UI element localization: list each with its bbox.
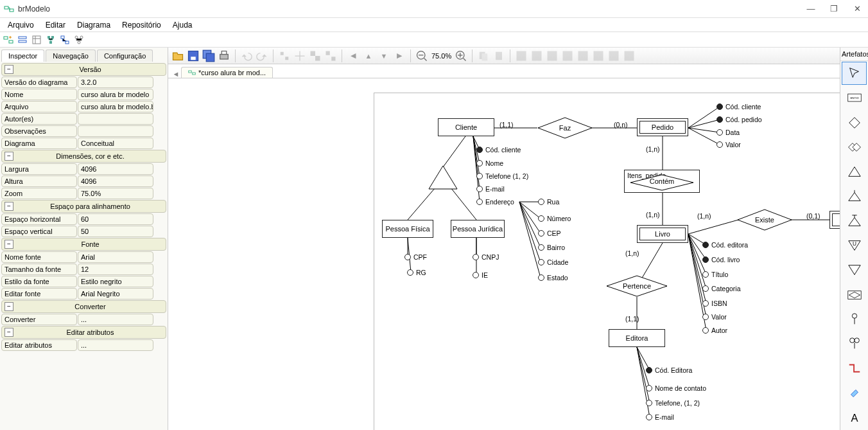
tool-connector[interactable] (842, 357, 867, 380)
prop-value[interactable]: 4096 (78, 175, 153, 187)
paste-icon[interactable] (492, 49, 506, 63)
group-icon[interactable] (308, 49, 322, 63)
arrange-icon[interactable] (293, 49, 307, 63)
toolbar-icon-3[interactable] (31, 34, 42, 46)
attribute[interactable]: Cód. cliente (716, 103, 761, 111)
tool-text[interactable]: A (842, 406, 867, 429)
tool-auto-relationship[interactable] (842, 136, 867, 159)
entity-pessoa-juridica[interactable]: Pessoa Jurídica (451, 220, 505, 238)
tool-attribute[interactable] (842, 308, 867, 331)
attribute[interactable]: Título (702, 271, 728, 278)
print-icon[interactable] (217, 49, 231, 63)
tab-prev-icon[interactable]: ◄ (171, 70, 181, 78)
maximize-button[interactable]: ❐ (829, 4, 838, 13)
section-espaco[interactable]: −Espaço para alinhamento (1, 200, 166, 213)
entity-livro[interactable]: Livro (637, 225, 688, 243)
align-4-icon[interactable] (560, 49, 575, 63)
undo-icon[interactable] (239, 49, 254, 63)
tab-configuracao[interactable]: Configuração (97, 49, 153, 62)
section-dimensoes[interactable]: −Dimensões, cor e etc. (1, 150, 166, 163)
section-converter[interactable]: −Converter (1, 300, 166, 313)
menu-diagrama[interactable]: Diagrama (72, 19, 116, 31)
collapse-icon[interactable]: − (4, 65, 13, 74)
menu-arquivo[interactable]: Arquivo (3, 19, 39, 31)
entity-cliente[interactable]: Cliente (438, 118, 494, 136)
prop-value[interactable]: 3.2.0 (78, 76, 153, 88)
collapse-icon[interactable]: − (4, 302, 13, 311)
menu-editar[interactable]: Editar (40, 19, 71, 31)
attribute[interactable]: Cód. pedido (716, 116, 762, 123)
align-7-icon[interactable] (607, 49, 621, 63)
nav-left-icon[interactable]: ◀ (346, 49, 360, 63)
tool-union-down[interactable]: U (842, 234, 867, 257)
tool-associative-entity[interactable] (842, 283, 867, 306)
associative-entity-itens-pedido[interactable]: Itens_pedido Contém (624, 170, 700, 193)
attribute[interactable]: Valor (702, 313, 727, 321)
attribute[interactable]: Rua (538, 198, 559, 206)
toolbar-icon-6[interactable] (73, 34, 85, 46)
relationship-existe[interactable]: Existe (737, 209, 792, 231)
prop-value[interactable]: ... (78, 339, 153, 351)
attribute[interactable]: CNPJ (473, 253, 499, 261)
redo-icon[interactable] (255, 49, 269, 63)
prop-value[interactable]: 60 (78, 213, 153, 225)
attribute[interactable]: Telefone (1, 2) (476, 172, 528, 180)
align-3-icon[interactable] (545, 49, 559, 63)
attribute[interactable]: CPF (404, 253, 427, 261)
toolbar-icon-5[interactable] (59, 34, 71, 46)
tool-specialization[interactable] (842, 160, 867, 183)
save-icon[interactable] (186, 49, 200, 63)
new-logical-icon[interactable] (17, 34, 28, 46)
attribute[interactable]: IE (473, 271, 488, 279)
prop-value[interactable]: 4096 (78, 163, 153, 175)
prop-value[interactable]: ... (78, 314, 153, 325)
collapse-icon[interactable]: − (4, 202, 13, 211)
prop-value[interactable]: 12 (78, 264, 153, 275)
specialization-triangle[interactable] (428, 165, 458, 192)
minimize-button[interactable]: — (806, 4, 815, 13)
collapse-icon[interactable]: − (4, 328, 13, 337)
attribute[interactable]: Data (716, 129, 740, 136)
zoom-out-icon[interactable] (415, 49, 429, 63)
tool-attribute-key[interactable] (842, 332, 867, 355)
attribute[interactable]: Cidade (538, 258, 568, 266)
section-versao[interactable]: −Versão (1, 63, 166, 76)
attribute[interactable]: E-mail (646, 413, 674, 421)
nav-right-icon[interactable]: ▶ (392, 49, 406, 63)
prop-value[interactable]: 50 (78, 226, 153, 237)
attribute[interactable]: Cód. Editora (646, 366, 692, 374)
relationship-pertence[interactable]: Pertence (606, 275, 668, 297)
ungroup-icon[interactable] (324, 49, 338, 63)
relationship-faz[interactable]: Faz (537, 117, 593, 139)
prop-value[interactable]: Conceitual (78, 138, 153, 149)
attribute[interactable]: Categoria (702, 285, 741, 292)
section-fonte[interactable]: −Fonte (1, 238, 166, 251)
menu-repositorio[interactable]: Repositório (117, 19, 166, 31)
attribute[interactable]: Nome (476, 159, 503, 167)
nav-up-icon[interactable]: ▲ (361, 49, 376, 63)
attribute[interactable]: Cód. editora (702, 241, 748, 249)
collapse-icon[interactable]: − (4, 240, 13, 249)
prop-value[interactable]: Arial Negrito (78, 288, 153, 300)
tab-navegacao[interactable]: Navegação (46, 49, 96, 62)
tool-pointer[interactable] (842, 62, 867, 85)
section-editar-attr[interactable]: −Editar atributos (1, 326, 166, 339)
tool-entity[interactable]: ENTID (842, 86, 867, 109)
entity-pedido[interactable]: Pedido (637, 118, 688, 136)
align-1-icon[interactable] (514, 49, 528, 63)
prop-value[interactable]: 75.0% (78, 188, 153, 199)
attribute[interactable]: Nome de contato (646, 384, 706, 392)
attribute[interactable]: Bairro (538, 244, 565, 251)
attribute[interactable]: Autor (702, 327, 727, 334)
collapse-icon[interactable]: − (4, 152, 13, 161)
align-2-icon[interactable] (530, 49, 544, 63)
prop-value[interactable]: curso alura br modelo (78, 89, 153, 100)
attribute[interactable]: Cód. livro (702, 256, 740, 264)
entity-estoque[interactable]: Estoque (829, 211, 840, 229)
attribute[interactable]: E-mail (476, 185, 505, 193)
attribute[interactable]: Telefone, (1, 2) (646, 399, 700, 407)
prop-value[interactable]: Arial (78, 251, 153, 263)
copy-icon[interactable] (476, 49, 490, 63)
tool-paint[interactable] (842, 381, 867, 404)
tool-specialization-partial[interactable] (842, 184, 867, 208)
